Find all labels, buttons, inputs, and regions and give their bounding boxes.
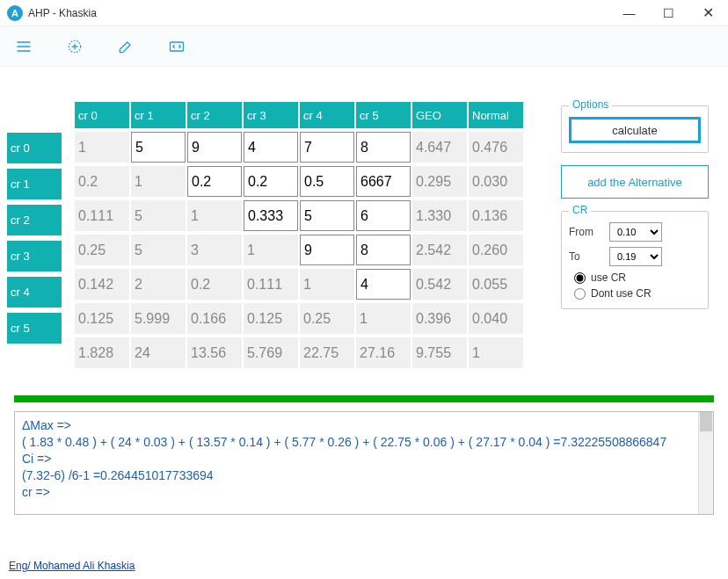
edit-icon[interactable] — [116, 37, 135, 56]
cell: 13.56 — [187, 337, 242, 368]
cell: 0.030 — [469, 166, 523, 197]
cell: 0.25 — [300, 303, 354, 334]
cell: 0.166 — [187, 303, 242, 334]
row-label: cr 3 — [7, 241, 62, 271]
cell[interactable]: 5 — [300, 200, 354, 231]
menu-icon[interactable] — [14, 37, 33, 56]
output-line: (7.32-6) /6-1 =0.264451017733694 — [22, 467, 706, 484]
cell: 0.542 — [412, 269, 467, 300]
add-alternative-button[interactable]: add the Alternative — [561, 165, 709, 199]
to-select[interactable]: 0.19 — [609, 247, 662, 266]
cell: 0.125 — [244, 303, 298, 334]
grid-rows: 1594784.6470.4760.210.20.20.566670.2950.… — [75, 132, 523, 368]
cell: 2.542 — [412, 235, 467, 265]
cell: 0.260 — [469, 235, 523, 265]
cell: 0.2 — [75, 166, 129, 197]
cell[interactable]: 9 — [300, 235, 354, 265]
cell: 4.647 — [412, 132, 467, 163]
cell: 0.2 — [187, 269, 242, 300]
cell: 1.330 — [412, 200, 467, 231]
minimize-button[interactable]: — — [609, 0, 649, 26]
cell: 0.142 — [75, 269, 129, 300]
row-label: cr 2 — [7, 205, 62, 235]
from-label: From — [569, 226, 601, 238]
cell: 5.999 — [131, 303, 186, 334]
close-button[interactable]: ✕ — [688, 0, 728, 26]
grid-header: cr 0cr 1cr 2cr 3cr 4cr 5GEONormal — [75, 102, 523, 128]
cell: 1 — [356, 303, 411, 334]
col-header: GEO — [412, 102, 467, 128]
scrollbar-thumb[interactable] — [700, 412, 712, 431]
output-line: cr => — [22, 484, 706, 501]
dont-use-cr-label: Dont use CR — [591, 287, 652, 300]
cr-legend: CR — [569, 204, 591, 216]
matrix-grid: cr 0cr 1cr 2cr 3cr 4cr 5GEONormal 159478… — [75, 102, 523, 368]
cell[interactable]: 4 — [356, 269, 411, 300]
maximize-button[interactable]: ☐ — [649, 0, 688, 26]
cell[interactable]: 0.5 — [300, 166, 354, 197]
code-icon[interactable] — [167, 37, 186, 56]
cell: 5.769 — [244, 337, 298, 368]
cell: 1 — [131, 166, 186, 197]
cell: 0.295 — [412, 166, 467, 197]
cr-group: CR From 0.10 To 0.19 use CR Dont use CR — [561, 211, 709, 309]
calculate-button[interactable]: calculate — [569, 117, 701, 143]
cell: 1 — [75, 132, 129, 163]
new-icon[interactable] — [65, 37, 84, 56]
table-row: 0.14220.20.111140.5420.055 — [75, 269, 523, 300]
table-row: 1.8282413.565.76922.7527.169.7551 — [75, 337, 523, 368]
scrollbar[interactable] — [698, 412, 713, 514]
toolbar — [0, 26, 728, 67]
cell[interactable]: 8 — [356, 235, 411, 265]
svg-rect-1 — [171, 42, 184, 51]
output-line: ( 1.83 * 0.48 ) + ( 24 * 0.03 ) + ( 13.5… — [22, 434, 706, 451]
cell: 0.125 — [75, 303, 129, 334]
dont-use-cr-radio[interactable] — [574, 288, 586, 300]
cell: 1 — [300, 269, 354, 300]
cell: 2 — [131, 269, 186, 300]
cell: 0.136 — [469, 200, 523, 231]
titlebar: A AHP - Khaskia — ☐ ✕ — [0, 0, 728, 26]
cell[interactable]: 7 — [300, 132, 354, 163]
cell: 0.111 — [75, 200, 129, 231]
use-cr-radio[interactable] — [574, 272, 586, 284]
footer-link[interactable]: Eng/ Mohamed Ali Khaskia — [9, 560, 135, 572]
cell[interactable]: 9 — [187, 132, 242, 163]
cell[interactable]: 0.333 — [244, 200, 298, 231]
cell: 0.040 — [469, 303, 523, 334]
cell: 24 — [131, 337, 186, 368]
table-row: 0.210.20.20.566670.2950.030 — [75, 166, 523, 197]
col-header: cr 3 — [244, 102, 298, 128]
cell: 0.055 — [469, 269, 523, 300]
cell[interactable]: 8 — [356, 132, 411, 163]
table-row: 0.111510.333561.3300.136 — [75, 200, 523, 231]
from-select[interactable]: 0.10 — [609, 222, 662, 242]
table-row: 1594784.6470.476 — [75, 132, 523, 163]
cell[interactable]: 4 — [244, 132, 298, 163]
cell[interactable]: 5 — [131, 132, 186, 163]
row-label: cr 4 — [7, 277, 62, 308]
cell: 1 — [244, 235, 298, 265]
output-line: ΔMax => — [22, 417, 706, 434]
cell[interactable]: 0.2 — [244, 166, 298, 197]
cell: 0.476 — [469, 132, 523, 163]
row-labels: cr 0cr 1cr 2cr 3cr 4cr 5 — [7, 133, 62, 349]
row-label: cr 1 — [7, 169, 62, 199]
col-header: cr 4 — [300, 102, 354, 128]
cell[interactable]: 6667 — [356, 166, 411, 197]
table-row: 0.1255.9990.1660.1250.2510.3960.040 — [75, 303, 523, 334]
row-label: cr 0 — [7, 133, 62, 163]
col-header: cr 5 — [356, 102, 411, 128]
cell: 0.25 — [75, 235, 129, 265]
cell: 3 — [187, 235, 242, 265]
output-box[interactable]: ΔMax => ( 1.83 * 0.48 ) + ( 24 * 0.03 ) … — [14, 411, 714, 515]
col-header: cr 0 — [75, 102, 129, 128]
to-label: To — [569, 250, 601, 263]
cell[interactable]: 0.2 — [187, 166, 242, 197]
right-panel: Options calculate add the Alternative CR… — [561, 105, 709, 322]
use-cr-label: use CR — [591, 271, 626, 284]
options-group: Options calculate — [561, 105, 709, 153]
output-line: Ci => — [22, 451, 706, 467]
cell: 1 — [469, 337, 523, 368]
cell[interactable]: 6 — [356, 200, 411, 231]
